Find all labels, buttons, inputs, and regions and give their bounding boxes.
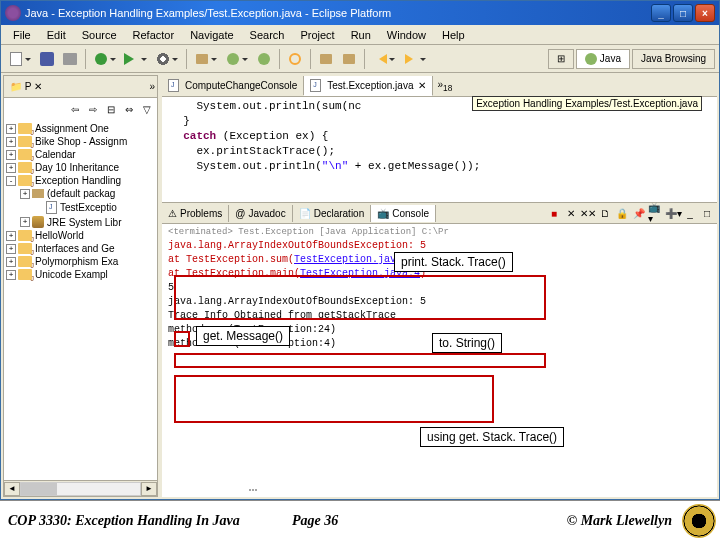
tree-item[interactable]: +Bike Shop - Assignm: [6, 135, 155, 148]
debug-button[interactable]: [90, 48, 112, 70]
package-explorer-tab[interactable]: 📁 P ✕: [6, 79, 46, 94]
expand-icon[interactable]: +: [6, 270, 16, 280]
window-title: Java - Exception Handling Examples/Test.…: [25, 7, 651, 19]
tree-item[interactable]: +(default packag: [6, 187, 155, 200]
new-package-button[interactable]: [191, 48, 213, 70]
toolbar-btn[interactable]: [315, 48, 337, 70]
pin-console-button[interactable]: 📌: [631, 205, 647, 221]
tree-item[interactable]: +Polymorphism Exa: [6, 255, 155, 268]
open-console-button[interactable]: ➕▾: [665, 205, 681, 221]
save-button[interactable]: [36, 48, 58, 70]
run-button[interactable]: [121, 48, 143, 70]
scroll-lock-button[interactable]: 🔒: [614, 205, 630, 221]
close-button[interactable]: ×: [695, 4, 715, 22]
tree-item-label: Assignment One: [35, 123, 109, 134]
editor-tab[interactable]: ComputeChangeConsole: [162, 76, 304, 95]
expand-icon[interactable]: +: [6, 231, 16, 241]
expand-icon[interactable]: -: [6, 176, 16, 186]
editor-tab-active[interactable]: Test.Exception.java✕: [304, 76, 433, 96]
bottom-view-tabs: ⚠ Problems @ Javadoc 📄 Declaration 📺 Con…: [162, 202, 717, 224]
print-button[interactable]: [59, 48, 81, 70]
fwd-nav-button[interactable]: ⇨: [85, 101, 101, 117]
maximize-view-button[interactable]: □: [699, 205, 715, 221]
java-browsing-perspective-button[interactable]: Java Browsing: [632, 49, 715, 69]
expand-icon[interactable]: +: [6, 150, 16, 160]
menu-project[interactable]: Project: [292, 27, 342, 43]
new-class-button[interactable]: [222, 48, 244, 70]
java-icon: [585, 53, 597, 65]
tree-item[interactable]: TestExceptio: [6, 200, 155, 215]
tree-item[interactable]: +Assignment One: [6, 122, 155, 135]
java-perspective-button[interactable]: Java: [576, 49, 630, 69]
search-button[interactable]: [284, 48, 306, 70]
display-console-button[interactable]: 📺▾: [648, 205, 664, 221]
code-editor[interactable]: System.out.println(sum(nc } catch (Excep…: [162, 97, 717, 202]
forward-button[interactable]: [400, 48, 422, 70]
menu-edit[interactable]: Edit: [39, 27, 74, 43]
window-titlebar: Java - Exception Handling Examples/Test.…: [1, 1, 719, 25]
sash-handle[interactable]: [233, 489, 273, 495]
slide-footer: COP 3330: Exception Handling In Java Pag…: [0, 500, 720, 540]
tree-item[interactable]: +Calendar: [6, 148, 155, 161]
tree-item[interactable]: +Interfaces and Ge: [6, 242, 155, 255]
tree-item[interactable]: +HelloWorld: [6, 229, 155, 242]
project-tree[interactable]: +Assignment One+Bike Shop - Assignm+Cale…: [4, 120, 157, 480]
tree-item[interactable]: +JRE System Libr: [6, 215, 155, 229]
expand-icon[interactable]: +: [6, 244, 16, 254]
expand-icon[interactable]: +: [6, 257, 16, 267]
menu-file[interactable]: File: [5, 27, 39, 43]
tree-item[interactable]: +Day 10 Inheritance: [6, 161, 155, 174]
remove-launch-button[interactable]: ✕: [563, 205, 579, 221]
menu-source[interactable]: Source: [74, 27, 125, 43]
maximize-button[interactable]: □: [673, 4, 693, 22]
console-tab[interactable]: 📺 Console: [371, 205, 436, 222]
back-button[interactable]: [369, 48, 391, 70]
expand-icon[interactable]: +: [6, 163, 16, 173]
project-folder-icon: [18, 175, 32, 186]
new-button[interactable]: [5, 48, 27, 70]
menu-navigate[interactable]: Navigate: [182, 27, 241, 43]
minimize-view-button[interactable]: _: [682, 205, 698, 221]
expand-icon[interactable]: +: [20, 189, 30, 199]
minimize-button[interactable]: _: [651, 4, 671, 22]
menu-window[interactable]: Window: [379, 27, 434, 43]
menu-help[interactable]: Help: [434, 27, 473, 43]
link-editor-button[interactable]: ⇔: [121, 101, 137, 117]
back-nav-button[interactable]: ⇦: [67, 101, 83, 117]
more-tabs-indicator[interactable]: »18: [433, 79, 456, 93]
remove-all-button[interactable]: ✕✕: [580, 205, 596, 221]
java-file-icon: [46, 201, 57, 214]
terminate-button[interactable]: ■: [546, 205, 562, 221]
clear-console-button[interactable]: 🗋: [597, 205, 613, 221]
collapse-all-button[interactable]: ⊟: [103, 101, 119, 117]
project-folder-icon: [18, 256, 32, 267]
tree-item-label: Exception Handling: [35, 175, 121, 186]
menu-search[interactable]: Search: [242, 27, 293, 43]
javadoc-tab[interactable]: @ Javadoc: [229, 205, 292, 222]
callout-getstacktrace: using get. Stack. Trace(): [420, 427, 564, 447]
external-tools-button[interactable]: [152, 48, 174, 70]
arrow-right-icon: [405, 54, 418, 64]
tree-item-label: Calendar: [35, 149, 76, 160]
expand-icon[interactable]: +: [20, 217, 30, 227]
expand-icon[interactable]: +: [6, 124, 16, 134]
problems-tab[interactable]: ⚠ Problems: [162, 205, 229, 222]
more-tabs[interactable]: »: [149, 81, 155, 92]
declaration-tab[interactable]: 📄 Declaration: [293, 205, 372, 222]
tree-item-label: HelloWorld: [35, 230, 84, 241]
console-line: 5: [168, 281, 711, 295]
tree-item-label: TestExceptio: [60, 202, 117, 213]
tree-item[interactable]: +Unicode Exampl: [6, 268, 155, 281]
toolbar-btn[interactable]: [338, 48, 360, 70]
close-icon[interactable]: ✕: [418, 80, 426, 91]
open-type-button[interactable]: [253, 48, 275, 70]
open-perspective-button[interactable]: ⊞: [548, 49, 574, 69]
callout-tostring: to. String(): [432, 333, 502, 353]
view-menu-button[interactable]: ▽: [139, 101, 155, 117]
expand-icon[interactable]: +: [6, 137, 16, 147]
menu-run[interactable]: Run: [343, 27, 379, 43]
menu-refactor[interactable]: Refactor: [125, 27, 183, 43]
project-folder-icon: [18, 230, 32, 241]
tree-item[interactable]: -Exception Handling: [6, 174, 155, 187]
horizontal-scrollbar[interactable]: ◄ ►: [4, 480, 157, 496]
